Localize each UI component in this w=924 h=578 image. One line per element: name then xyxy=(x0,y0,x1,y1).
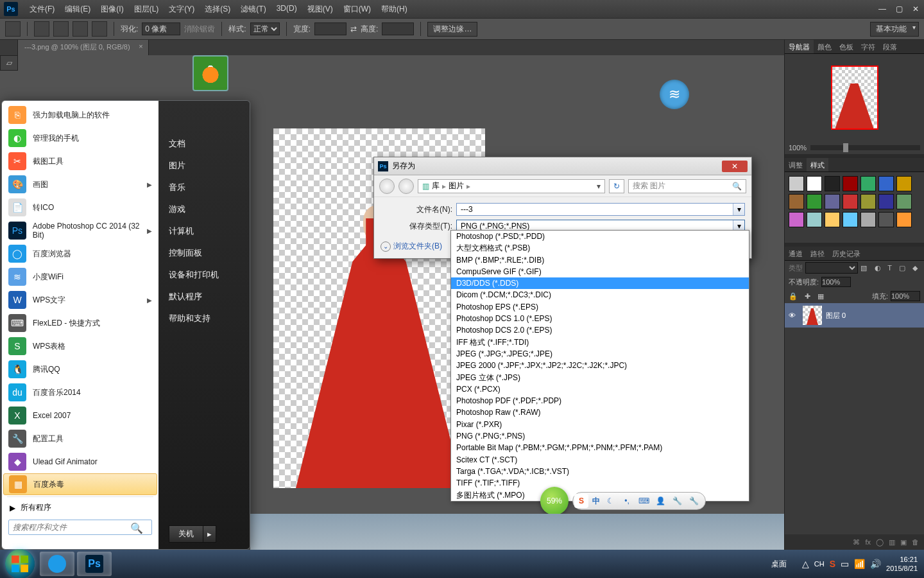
start-menu-item[interactable]: ⌨FlexLED - 快捷方式 xyxy=(3,311,157,335)
tool-preset[interactable] xyxy=(5,21,21,37)
panel-tab-styles[interactable]: 样式 xyxy=(807,158,828,171)
panel-tab[interactable]: 字符 xyxy=(857,40,879,53)
tray-lang[interactable]: CH xyxy=(814,560,825,568)
selection-add[interactable] xyxy=(53,21,69,37)
panel-tab[interactable]: 颜色 xyxy=(814,40,835,53)
start-places-item[interactable]: 音乐 xyxy=(169,182,241,193)
taskbar-app-photoshop[interactable]: Ps xyxy=(77,552,112,576)
start-menu-item[interactable]: ◯百度浏览器 xyxy=(3,242,157,265)
workspace-switcher[interactable]: 基本功能 xyxy=(870,22,919,37)
style-swatch[interactable] xyxy=(825,194,840,209)
style-swatch[interactable] xyxy=(807,176,822,191)
sogou-icon[interactable]: S xyxy=(574,494,588,508)
delete-layer-icon[interactable]: 🗑 xyxy=(912,538,919,546)
style-swatch[interactable] xyxy=(878,194,894,209)
style-swatch[interactable] xyxy=(896,194,912,209)
refresh-button[interactable]: ↻ xyxy=(609,179,624,193)
style-swatch[interactable] xyxy=(825,176,840,191)
menu-item[interactable]: 图层(L) xyxy=(129,4,164,15)
menu-item[interactable]: 文件(F) xyxy=(24,4,60,15)
filetype-option[interactable]: Pixar (*.PXR) xyxy=(451,419,749,430)
style-swatch[interactable] xyxy=(843,176,858,191)
style-swatch[interactable] xyxy=(843,194,858,209)
filename-dropdown-icon[interactable]: ▾ xyxy=(733,204,744,215)
menu-item[interactable]: 编辑(E) xyxy=(60,4,96,15)
filename-input[interactable]: ---3 ▾ xyxy=(456,203,745,216)
filetype-option[interactable]: Targa (*.TGA;*.VDA;*.ICB;*.VST) xyxy=(451,466,749,477)
menu-item[interactable]: 选择(S) xyxy=(200,4,235,15)
zoom-slider[interactable] xyxy=(810,145,920,150)
panel-tab[interactable]: 通道 xyxy=(785,247,807,260)
style-swatch[interactable] xyxy=(789,194,804,209)
filetype-option[interactable]: BMP (*.BMP;*.RLE;*.DIB) xyxy=(451,254,749,266)
start-places-item[interactable]: 设备和打印机 xyxy=(169,269,241,281)
menu-item[interactable]: 滤镜(T) xyxy=(235,4,271,15)
start-places-item[interactable]: 默认程序 xyxy=(169,291,241,302)
opacity-input[interactable] xyxy=(821,277,851,287)
filetype-option[interactable]: PNG (*.PNG;*.PNS) xyxy=(451,430,749,442)
fx-icon[interactable]: fx xyxy=(865,538,871,546)
ime-tool-icon[interactable]: ⌨ xyxy=(637,495,650,507)
height-input[interactable] xyxy=(382,22,414,35)
lock-icons[interactable]: 🔒 ✚ ▦ xyxy=(789,292,826,301)
start-menu-item[interactable]: du百度音乐2014 xyxy=(3,381,157,404)
nav-back-button[interactable] xyxy=(379,179,395,194)
style-swatch[interactable] xyxy=(860,194,876,209)
start-menu-item[interactable]: 🐧腾讯QQ xyxy=(3,358,157,381)
style-swatch[interactable] xyxy=(789,176,804,191)
menu-item[interactable]: 视图(V) xyxy=(302,4,338,15)
breadcrumb[interactable]: ▥ 库 ▸ 图片 ▸ ▾ xyxy=(418,179,605,193)
tray-flag-icon[interactable]: ▭ xyxy=(841,559,849,569)
ime-lang[interactable]: 中 xyxy=(592,496,600,507)
start-menu-item[interactable]: ▦百度杀毒 xyxy=(3,473,157,495)
start-button[interactable] xyxy=(5,549,35,578)
ime-tool-icon[interactable]: •, xyxy=(620,495,633,507)
maximize-button[interactable]: ▢ xyxy=(891,3,907,15)
minimize-button[interactable]: — xyxy=(874,3,891,15)
close-tab-icon[interactable]: × xyxy=(139,42,142,50)
filetype-option[interactable]: Photoshop DCS 1.0 (*.EPS) xyxy=(451,313,749,324)
tray-clock[interactable]: 16:21 2015/8/21 xyxy=(886,555,918,573)
start-menu-item[interactable]: 🔧配置工具 xyxy=(3,427,157,450)
document-tab[interactable]: ---3.png @ 100% (图层 0, RGB/8) × xyxy=(18,40,149,55)
filetype-option[interactable]: Photoshop DCS 2.0 (*.EPS) xyxy=(451,324,749,336)
shutdown-button[interactable]: 关机 xyxy=(169,525,203,543)
style-swatch[interactable] xyxy=(860,212,876,227)
style-swatch[interactable] xyxy=(807,194,822,209)
tray-volume-icon[interactable]: 🔊 xyxy=(870,559,881,569)
filetype-option[interactable]: IFF 格式 (*.IFF;*.TDI) xyxy=(451,337,749,348)
start-menu-item[interactable]: SWPS表格 xyxy=(3,335,157,358)
panel-tab[interactable]: 路径 xyxy=(807,247,828,260)
dialog-close-button[interactable]: ✕ xyxy=(722,161,748,172)
start-places-item[interactable]: 游戏 xyxy=(169,204,241,215)
tray-network-icon[interactable]: 📶 xyxy=(854,559,865,569)
ime-tool-icon[interactable]: 👤 xyxy=(654,495,667,507)
menu-item[interactable]: 文字(Y) xyxy=(164,4,200,15)
filetype-option[interactable]: Portable Bit Map (*.PBM;*.PGM;*.PPM;*.PN… xyxy=(451,442,749,453)
style-swatch[interactable] xyxy=(860,176,876,191)
selection-intersect[interactable] xyxy=(92,21,107,37)
menu-item[interactable]: 窗口(W) xyxy=(338,4,376,15)
filetype-option[interactable]: TIFF (*.TIF;*.TIFF) xyxy=(451,477,749,489)
close-button[interactable]: ✕ xyxy=(907,3,924,15)
start-menu-item[interactable]: PsAdobe Photoshop CC 2014 (32 Bit)▶ xyxy=(3,219,157,242)
ime-tool-icon[interactable]: 🔧 xyxy=(671,495,683,507)
visibility-icon[interactable]: 👁 xyxy=(789,311,799,319)
tray-sogou-icon[interactable]: S xyxy=(830,559,835,569)
refine-edge-button[interactable]: 调整边缘… xyxy=(427,22,477,37)
selection-new[interactable] xyxy=(34,21,49,37)
filetype-option[interactable]: JPEG 2000 (*.JPF;*.JPX;*.JP2;*.J2C;*.J2K… xyxy=(451,360,749,371)
shutdown-options-button[interactable]: ▸ xyxy=(203,525,216,543)
wifi-desktop-icon[interactable]: ≋ xyxy=(660,80,689,109)
start-menu-item[interactable]: ✂截图工具 xyxy=(3,150,157,173)
menu-item[interactable]: 帮助(H) xyxy=(376,4,413,15)
move-tool-slot[interactable]: ▱ xyxy=(0,55,18,71)
tray-chevron-icon[interactable]: △ xyxy=(802,559,809,569)
style-swatch[interactable] xyxy=(825,212,840,227)
filetype-option[interactable]: JPEG 立体 (*.JPS) xyxy=(451,372,749,383)
browse-folders-toggle[interactable]: ⌄ 浏览文件夹(B) xyxy=(381,241,442,252)
start-places-item[interactable]: 计算机 xyxy=(169,225,241,237)
start-menu-item[interactable]: ⎘强力卸载电脑上的软件 xyxy=(3,103,157,127)
new-group-icon[interactable]: ▥ xyxy=(889,538,895,547)
start-menu-item[interactable]: ◐管理我的手机 xyxy=(3,127,157,150)
